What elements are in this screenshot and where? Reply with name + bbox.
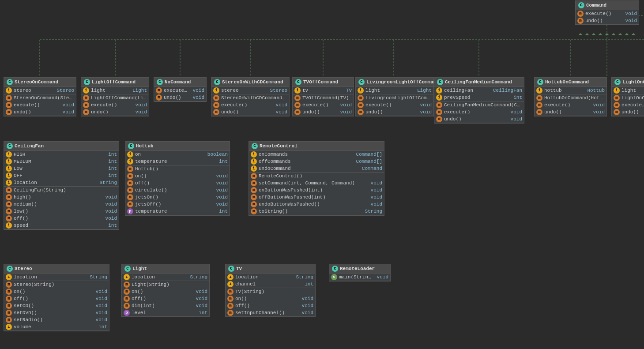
static-method-icon: s (331, 274, 337, 280)
method-icon: m (358, 95, 364, 101)
property-icon: p (124, 310, 130, 316)
uml-row: m off() void (122, 295, 209, 302)
uml-row: m execute() void (211, 101, 289, 109)
uml-row: m execute() void (81, 101, 149, 109)
method-icon: m (127, 180, 133, 186)
uml-row: s main(String[]) void (329, 274, 390, 281)
type-icon: C (614, 79, 621, 85)
type-icon: C (7, 266, 13, 272)
fields-section: i stereo Stereo (4, 87, 76, 94)
method-icon: m (358, 102, 364, 108)
card-title: LightOnC (622, 79, 644, 85)
type-icon: C (84, 79, 90, 85)
method-icon: m (127, 201, 133, 207)
remote-loader-header: C RemoteLoader (329, 264, 390, 274)
method-icon: m (6, 289, 12, 295)
uml-row: i offCommands Command[] (249, 158, 384, 165)
method-icon: m (83, 95, 89, 101)
uml-row: i MEDIUM int (4, 158, 119, 165)
ceiling-fan-card: C CeilingFan i HIGH int i MEDIUM int i L… (4, 141, 119, 230)
methods-section: m LightOffCommand(Light) m execute() voi… (81, 94, 149, 116)
light-on-c-card: C LightOnC i light m LightOnC m execute(… (611, 77, 644, 116)
uml-row: m undo() void (434, 116, 524, 123)
field-icon: i (536, 87, 542, 94)
method-icon: m (294, 102, 301, 108)
uml-row: m execute() void (356, 101, 433, 109)
fields-section: i on boolean i temperature int (125, 151, 230, 165)
light-card: C Light i location String m Light(String… (121, 264, 210, 317)
uml-row: m CeilingFan(String) (4, 187, 119, 194)
method-icon: m (6, 109, 12, 115)
method-icon: m (83, 102, 89, 108)
method-icon: m (127, 166, 133, 172)
uml-row: i HIGH int (4, 151, 119, 158)
method-icon: m (614, 95, 620, 101)
uml-row: m StereoOnCommand(Stereo) (4, 94, 76, 101)
stereo-on-with-cd-header: C StereoOnWithCDCommand (211, 78, 289, 87)
method-icon: m (213, 109, 219, 115)
uml-row: m low() void (4, 208, 119, 215)
uml-row: m undo() void (293, 109, 354, 116)
uml-row: m undo() void (211, 109, 289, 116)
command-header: C Command (576, 1, 639, 10)
card-title: CeilingFanMediumCommand (445, 79, 512, 85)
method-icon: m (213, 102, 219, 108)
fields-section: i hottub Hottub (535, 87, 606, 94)
uml-row: m on() void (122, 288, 209, 295)
stereo-card: C Stereo i location String m Stereo(Stri… (4, 264, 109, 331)
field-icon: i (6, 87, 12, 94)
uml-row: i OFF int (4, 172, 119, 179)
type-icon: C (128, 143, 134, 149)
method-icon: m (156, 87, 162, 94)
field-icon: i (436, 94, 442, 101)
fields-section: i stereo Stereo (211, 87, 289, 94)
uml-row: i onCommands Command[] (249, 151, 384, 158)
methods-section: m TV(String) m on() void m off() void m … (226, 288, 315, 317)
uml-row: i temperature int (125, 158, 230, 165)
uml-row: m on() void (4, 288, 109, 295)
uml-row: m execute() void (4, 101, 76, 109)
field-icon: i (124, 274, 130, 280)
type-icon: C (7, 143, 13, 149)
uml-row: m jetsOff() void (125, 201, 230, 208)
uml-row: m StereoOnWithCDCommand(S (211, 94, 289, 101)
uml-row: i hottub Hottub (535, 87, 606, 94)
uml-row: m off() void (226, 302, 315, 309)
no-command-header: C NoCommand (154, 78, 206, 87)
uml-row: i tv TV (293, 87, 354, 94)
card-title: TVOffCommand (303, 79, 338, 85)
uml-row: m onButtonWasPushed(int) void (249, 187, 384, 194)
method-icon: m (436, 102, 442, 108)
method-icon: m (6, 95, 12, 101)
svg-marker-18 (625, 33, 629, 35)
uml-row: m execute() void (576, 10, 639, 17)
method-icon: m (251, 194, 257, 200)
method-icon: m (6, 102, 12, 108)
method-icon: m (6, 215, 12, 221)
uml-row: i on boolean (125, 151, 230, 158)
uml-row: m off() void (4, 215, 119, 222)
uml-row: m LivingroomLightOffCommand(L (356, 94, 433, 101)
field-icon: i (127, 151, 133, 158)
method-icon: m (251, 208, 257, 214)
uml-row: i channel int (226, 281, 315, 288)
field-icon: i (227, 281, 233, 287)
light-header: C Light (122, 264, 209, 274)
no-command-card: C NoCommand m execute() void m undo() vo… (154, 77, 207, 102)
uml-row: p level int (122, 309, 209, 316)
uml-row: m offButtonWasPushed(int) void (249, 194, 384, 201)
remote-control-header: C RemoteControl (249, 142, 384, 151)
command-type-icon: C (578, 2, 584, 8)
uml-row: m undo() void (576, 17, 639, 24)
type-icon: C (157, 79, 163, 85)
method-icon: m (6, 317, 12, 323)
uml-row: m RemoteControl() (249, 173, 384, 180)
method-icon: m (124, 296, 130, 302)
stereo-on-command-header: C StereoOnCommand (4, 78, 76, 87)
uml-row: m dim(int) void (122, 302, 209, 309)
uml-row: m execute() void (434, 109, 524, 116)
uml-row: m setCommand(int, Command, Command) void (249, 180, 384, 187)
method-icon: m (6, 208, 12, 214)
field-icon: i (294, 87, 301, 94)
uml-row: m Light(String) (122, 281, 209, 288)
